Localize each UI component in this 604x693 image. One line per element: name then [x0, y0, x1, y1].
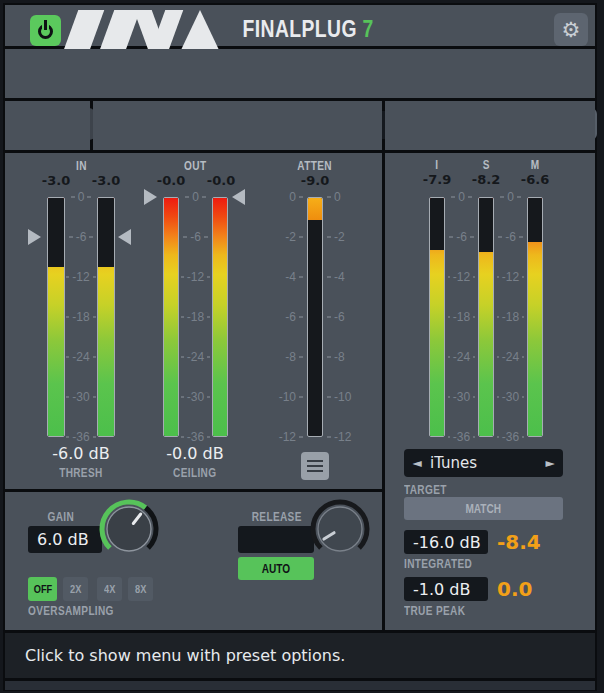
- next-target-arrow[interactable]: ►: [537, 456, 563, 470]
- ceiling-readout[interactable]: -0.0 dB: [155, 444, 235, 463]
- threshold-label: THRESH: [41, 466, 121, 480]
- out-meter-label: OUT: [175, 159, 215, 173]
- s-meter-bar: [478, 197, 494, 437]
- true-peak-readout: 0.0: [497, 577, 532, 601]
- in-value-left: -3.0: [36, 173, 76, 188]
- release-field[interactable]: [238, 526, 314, 553]
- ism-scale-2: 0-6-12-18-24-30-36: [497, 197, 524, 437]
- in-meter-label: IN: [61, 159, 101, 173]
- threshold-marker-right[interactable]: [118, 229, 131, 245]
- previous-target-arrow[interactable]: ◄: [404, 456, 430, 470]
- release-knob[interactable]: [308, 497, 372, 561]
- integrated-meter-label: I: [417, 158, 457, 172]
- oversampling-4x-button[interactable]: 4X: [97, 577, 122, 601]
- s-value: -8.2: [466, 172, 506, 187]
- in-value-right: -3.0: [86, 173, 126, 188]
- momentary-meter-label: M: [515, 158, 555, 172]
- match-button[interactable]: MATCH: [404, 497, 563, 520]
- atten-value: -9.0: [295, 173, 335, 188]
- shortterm-meter-label: S: [466, 158, 506, 172]
- brand-logo: [63, 10, 223, 50]
- gain-field[interactable]: 6.0 dB: [28, 526, 102, 553]
- threshold-readout[interactable]: -6.0 dB: [41, 444, 121, 463]
- limiter-section: LIMITER TRUE PEAK: [93, 101, 382, 150]
- version-number: 7: [363, 16, 374, 42]
- integrated-label: INTEGRATED: [404, 557, 485, 571]
- plugin-window: FINALPLUG 7 ⚙ ↺ ↻ ◄ Default* ► A/B ▶ VIE…: [0, 0, 604, 693]
- in-meter-scale: 0-6-12-18-24-30-36: [66, 197, 96, 437]
- release-label: RELEASE: [242, 510, 312, 524]
- out-meter-scale: 0-6-12-18-24-30-36: [181, 197, 210, 437]
- atten-meter-bar: [307, 197, 323, 437]
- gain-knob[interactable]: [97, 497, 161, 561]
- out-value-left: -0.0: [151, 173, 191, 188]
- target-selector[interactable]: ◄ iTunes ►: [404, 449, 563, 477]
- in-meter-bar-right: [97, 197, 115, 437]
- oversampling-2x-button[interactable]: 2X: [63, 577, 88, 601]
- target-value: iTunes: [430, 454, 537, 472]
- true-peak-label: TRUE PEAK: [404, 604, 477, 618]
- integrated-readout: -8.4: [497, 530, 541, 554]
- ceiling-marker-right[interactable]: [232, 189, 245, 205]
- i-value: -7.9: [417, 172, 457, 187]
- status-bar: Click to show menu with preset options.: [5, 633, 595, 678]
- ism-scale-1: 0-6-12-18-24-30-36: [448, 197, 475, 437]
- meters-panel: IN -3.0 -3.0 0-6-12-18-24-30-36 OUT -0.0…: [5, 153, 382, 489]
- integrated-target-field[interactable]: -16.0 dB: [404, 530, 488, 554]
- ceiling-label: CEILING: [155, 466, 235, 480]
- preset-bar: ↺ ↻ ◄ Default* ► A/B ▶: [5, 49, 595, 98]
- target-label: TARGET: [404, 483, 455, 497]
- in-meter-bar-left: [47, 197, 65, 437]
- loudness-section: LOUDNESS SYNC: [385, 101, 595, 150]
- ceiling-marker-left[interactable]: [144, 189, 157, 205]
- oversampling-off-button[interactable]: OFF: [28, 577, 57, 601]
- loudness-panel: I S M -7.9 -8.2 -6.6 0-6-12-18-24-30-36 …: [385, 153, 595, 630]
- gain-label: GAIN: [31, 510, 91, 524]
- power-button[interactable]: [30, 15, 61, 46]
- auto-release-toggle[interactable]: AUTO: [238, 557, 314, 580]
- true-peak-target-field[interactable]: -1.0 dB: [404, 577, 488, 601]
- hamburger-icon: [307, 460, 323, 462]
- atten-scale-left: 0-2-4-6-8-10-12: [271, 197, 303, 437]
- m-value: -6.6: [515, 172, 555, 187]
- limiter-controls-panel: GAIN 6.0 dB RELEASE AUTO OFF 2X 4X 8X OV…: [5, 492, 382, 630]
- out-meter-bar-right: [212, 197, 228, 437]
- atten-scale-right: 0-2-4-6-8-10-12: [327, 197, 359, 437]
- oversampling-label: OVERSAMPLING: [28, 604, 130, 618]
- view-section: VIEW ▼: [5, 101, 90, 150]
- m-meter-bar: [527, 197, 543, 437]
- gear-icon: ⚙: [562, 18, 581, 42]
- bottom-strip: [5, 681, 595, 690]
- plugin-title: FINALPLUG 7: [230, 16, 386, 43]
- out-meter-bar-left: [163, 197, 179, 437]
- i-meter-bar: [429, 197, 445, 437]
- oversampling-8x-button[interactable]: 8X: [128, 577, 153, 601]
- threshold-marker-left[interactable]: [28, 229, 41, 245]
- out-value-right: -0.0: [201, 173, 241, 188]
- title-text: FINALPLUG: [243, 16, 357, 42]
- title-bar: FINALPLUG 7 ⚙: [5, 5, 595, 46]
- status-message: Click to show menu with preset options.: [25, 646, 345, 665]
- atten-meter-label: ATTEN: [290, 159, 340, 173]
- atten-menu-button[interactable]: [301, 452, 329, 480]
- settings-button[interactable]: ⚙: [554, 13, 588, 46]
